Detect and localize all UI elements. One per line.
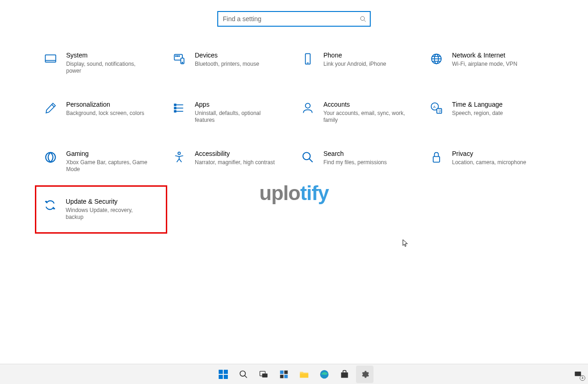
svg-point-24 [305,103,311,108]
svg-rect-2 [45,55,56,62]
cursor-icon [402,239,409,247]
svg-rect-23 [175,110,176,112]
svg-line-35 [245,375,247,378]
svg-rect-22 [175,107,176,109]
svg-point-34 [240,371,246,376]
settings-tile-privacy[interactable]: PrivacyLocation, camera, microphone [427,148,547,175]
privacy-icon [429,150,444,165]
settings-tile-phone[interactable]: PhoneLink your Android, iPhone [299,50,418,77]
tile-title: Personalization [66,101,144,109]
tile-desc: Speech, region, date [452,110,503,117]
notification-tray-icon[interactable]: 3 [572,369,583,380]
svg-text:字: 字 [438,109,441,113]
svg-rect-37 [262,373,268,377]
taskbar-widgets-button[interactable] [275,366,293,383]
tile-desc: Link your Android, iPhone [323,61,386,68]
taskbar-taskview-button[interactable] [255,366,272,383]
settings-tile-gaming[interactable]: GamingXbox Game Bar, captures, Game Mode [41,148,161,175]
search-input[interactable] [218,15,356,23]
svg-text:A: A [433,105,436,109]
svg-line-32 [310,159,313,162]
svg-rect-40 [280,374,284,378]
tile-desc: Background, lock screen, colors [66,110,144,117]
accessibility-icon [172,150,187,165]
system-icon [43,52,58,66]
settings-tile-time-language[interactable]: A字Time & LanguageSpeech, region, date [427,99,547,126]
svg-rect-39 [284,370,288,374]
taskbar-start-button[interactable] [215,366,232,383]
tile-title: System [66,52,149,59]
tile-desc: Find my files, permissions [323,159,387,166]
tile-desc: Windows Update, recovery, backup [66,207,148,221]
svg-point-0 [361,17,365,21]
settings-tile-personalization[interactable]: PersonalizationBackground, lock screen, … [41,99,161,126]
svg-rect-44 [341,372,348,378]
search-icon[interactable] [356,16,370,22]
svg-line-1 [364,20,366,22]
tile-title: Apps [195,101,277,109]
svg-rect-41 [284,374,288,378]
personalization-icon [43,101,58,115]
svg-rect-42 [300,373,308,378]
update-security-icon [43,198,57,212]
taskbar-search-button[interactable] [235,366,252,383]
taskbar-store-button[interactable] [336,366,353,383]
tile-desc: Uninstall, defaults, optional features [195,110,277,124]
tile-title: Accessibility [195,150,275,158]
apps-icon [172,101,187,115]
gaming-icon [43,150,58,165]
tile-desc: Wi-Fi, airplane mode, VPN [452,61,517,68]
accounts-icon [300,101,315,115]
devices-icon [172,52,187,66]
phone-icon [300,52,315,66]
taskbar-edge-button[interactable] [316,366,333,383]
tile-desc: Display, sound, notifications, power [66,61,149,75]
search-box[interactable] [217,11,371,27]
tile-title: Privacy [452,150,526,158]
settings-tile-system[interactable]: SystemDisplay, sound, notifications, pow… [41,50,161,77]
settings-tile-devices[interactable]: DevicesBluetooth, printers, mouse [170,50,289,77]
settings-tile-update-security[interactable]: Update & SecurityWindows Update, recover… [35,185,167,234]
settings-tile-accounts[interactable]: AccountsYour accounts, email, sync, work… [299,99,418,126]
tile-title: Search [323,150,387,158]
network-icon [429,52,444,66]
tile-title: Devices [195,52,259,59]
settings-tile-accessibility[interactable]: AccessibilityNarrator, magnifier, high c… [170,148,289,175]
tile-desc: Xbox Game Bar, captures, Game Mode [66,159,149,173]
tile-title: Network & Internet [452,52,517,59]
svg-point-9 [182,62,183,63]
time-language-icon: A字 [429,101,444,115]
svg-point-31 [303,152,311,160]
settings-tile-network[interactable]: Network & InternetWi-Fi, airplane mode, … [427,50,547,77]
svg-rect-45 [575,372,581,376]
search-icon [300,150,315,165]
taskbar-explorer-button[interactable] [295,366,313,383]
svg-point-6 [177,56,178,57]
svg-point-29 [46,152,56,162]
tile-title: Accounts [323,101,406,109]
svg-rect-21 [175,104,176,106]
settings-tile-search[interactable]: SearchFind my files, permissions [299,148,418,175]
tile-desc: Bluetooth, printers, mouse [195,61,259,68]
svg-rect-38 [280,370,284,374]
svg-point-5 [175,56,176,57]
svg-point-30 [178,152,180,155]
svg-line-17 [52,104,54,107]
tile-title: Phone [323,52,386,59]
svg-rect-33 [433,156,440,162]
taskbar: 3 [0,364,588,384]
tile-title: Gaming [66,150,149,158]
taskbar-settings-button[interactable] [356,366,373,383]
tile-desc: Your accounts, email, sync, work, family [323,110,406,124]
notification-badge: 3 [580,375,585,381]
settings-tile-apps[interactable]: AppsUninstall, defaults, optional featur… [170,99,289,126]
svg-point-7 [179,56,180,57]
tile-title: Time & Language [452,101,503,109]
tile-desc: Location, camera, microphone [452,159,526,166]
tile-desc: Narrator, magnifier, high contrast [195,159,275,166]
tile-title: Update & Security [66,198,148,206]
